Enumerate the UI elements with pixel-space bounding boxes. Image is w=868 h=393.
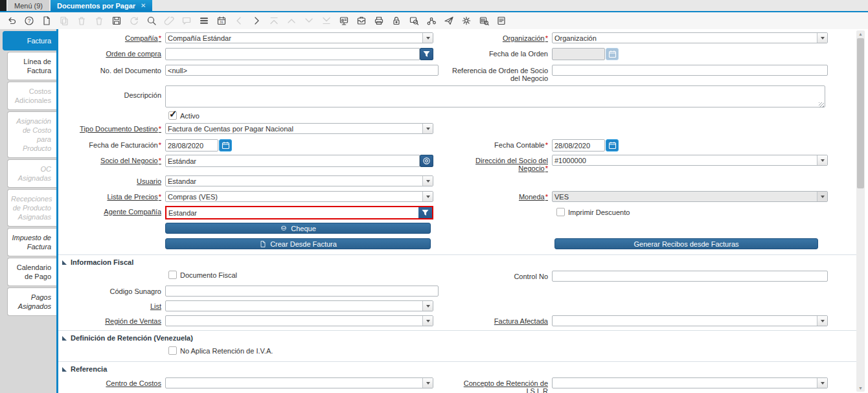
help-icon[interactable]: ? xyxy=(23,16,34,27)
search-funnel-icon[interactable] xyxy=(418,207,432,218)
chevron-down-icon[interactable] xyxy=(817,33,827,43)
cheque-button-label: Cheque xyxy=(291,225,316,232)
tipo-documento-label[interactable]: Tipo Documento Destino xyxy=(62,123,165,134)
orden-compra-input[interactable] xyxy=(165,48,420,60)
chevron-down-icon[interactable] xyxy=(422,33,433,43)
print-icon[interactable] xyxy=(373,16,384,27)
find-icon[interactable] xyxy=(146,16,157,27)
sidebar-tab-linea-de-factura[interactable]: Línea de Factura xyxy=(7,52,56,80)
agente-compania-label[interactable]: Agente Compañía xyxy=(62,206,165,219)
zoom-across-icon[interactable] xyxy=(408,16,419,27)
factura-afectada-label[interactable]: Factura Afectada xyxy=(447,315,552,326)
usuario-label[interactable]: Usuario xyxy=(62,175,165,186)
scroll-up-icon[interactable]: ▲ xyxy=(856,30,865,38)
centro-costos-combo[interactable] xyxy=(165,377,433,388)
sidebar-tab-pagos-asignados[interactable]: Pagos Asignados xyxy=(7,287,56,316)
close-tab-icon[interactable]: ✕ xyxy=(141,2,146,9)
referencia-orden-input[interactable] xyxy=(552,65,828,76)
chevron-down-icon[interactable] xyxy=(422,301,433,311)
organizacion-combo[interactable]: Organización xyxy=(552,32,828,43)
sidebar-tab-calendario-de-pago[interactable]: Calendario de Pago xyxy=(7,258,56,286)
sidebar-tab-factura[interactable]: Factura xyxy=(3,31,56,51)
chevron-down-icon[interactable] xyxy=(422,378,433,388)
attachment-icon xyxy=(163,16,174,27)
chevron-down-icon[interactable] xyxy=(817,155,827,165)
undo-icon[interactable] xyxy=(6,16,17,27)
search-funnel-icon[interactable] xyxy=(420,48,433,60)
concepto-islr-combo[interactable] xyxy=(552,377,828,388)
scrollbar-thumb[interactable] xyxy=(857,38,864,188)
detail-forward-icon[interactable] xyxy=(251,16,262,27)
section-header[interactable]: Definición de Retención (Venezuela) xyxy=(62,333,856,346)
lista-precios-combo[interactable]: Compras (VES) xyxy=(165,191,433,202)
imprimir-descuento-checkbox[interactable]: Imprimir Descuento xyxy=(556,208,630,216)
no-aplica-retencion-checkbox[interactable]: No Aplica Retención de I.V.A. xyxy=(168,346,273,355)
chevron-down-icon[interactable] xyxy=(422,192,433,201)
generar-recibos-button[interactable]: Generar Recibos desde Facturas xyxy=(554,238,818,249)
region-ventas-label[interactable]: Región de Ventas xyxy=(62,315,165,326)
section-header[interactable]: Informacion Fiscal xyxy=(62,258,856,271)
list-label[interactable]: List xyxy=(62,300,165,311)
report-icon[interactable] xyxy=(338,16,349,27)
region-ventas-combo[interactable] xyxy=(165,315,433,326)
direccion-socio-combo[interactable]: #1000000 xyxy=(552,155,828,166)
grid-toggle-icon[interactable] xyxy=(198,16,209,27)
compania-label[interactable]: Compañía xyxy=(62,32,165,43)
section-definicion-retencion: Definición de Retención (Venezuela) No A… xyxy=(58,330,856,355)
chevron-down-icon[interactable] xyxy=(422,316,433,326)
tab-menu[interactable]: Menú (9) xyxy=(8,0,49,11)
lock-icon[interactable] xyxy=(391,16,402,27)
lista-precios-label[interactable]: Lista de Precios xyxy=(62,191,165,202)
calendar-icon[interactable]: 31 xyxy=(216,16,227,27)
socio-negocio-input[interactable] xyxy=(165,155,420,167)
workflow-icon[interactable] xyxy=(426,16,437,27)
vertical-scrollbar[interactable]: ▲ ▼ xyxy=(856,30,865,392)
organizacion-label[interactable]: Organización xyxy=(447,32,552,43)
chevron-down-icon[interactable] xyxy=(422,176,433,186)
chevron-down-icon[interactable] xyxy=(817,378,827,388)
form-row: Lista de Precios Compras (VES) Moneda VE… xyxy=(62,191,868,202)
section-header[interactable]: Referencia xyxy=(62,365,856,377)
activo-checkbox[interactable]: Activo xyxy=(168,111,200,120)
crear-desde-factura-button[interactable]: Crear Desde Factura xyxy=(165,238,431,249)
list-combo[interactable] xyxy=(165,300,433,311)
usuario-combo[interactable]: Estandar xyxy=(165,175,433,186)
direccion-socio-label[interactable]: Dirección del Socio del Negocio xyxy=(447,155,552,172)
scroll-down-icon[interactable]: ▼ xyxy=(856,385,865,392)
send-icon[interactable] xyxy=(443,16,454,27)
tipo-documento-combo[interactable]: Factura de Cuentas por Pagar Nacional xyxy=(165,123,433,134)
moneda-value: VES xyxy=(553,192,817,201)
compania-combo[interactable]: Compañía Estándar xyxy=(165,32,433,43)
save-icon[interactable] xyxy=(111,16,122,27)
concepto-islr-label[interactable]: Concepto de Retención de I.S.L.R xyxy=(447,377,552,393)
calendar-icon[interactable] xyxy=(219,139,232,152)
agente-compania-input[interactable] xyxy=(166,207,418,218)
moneda-label[interactable]: Moneda xyxy=(447,191,552,202)
direccion-socio-value: #1000000 xyxy=(553,155,817,165)
report-view-icon[interactable] xyxy=(496,16,507,27)
descripcion-textarea[interactable] xyxy=(165,85,825,107)
chevron-down-icon[interactable] xyxy=(817,316,827,326)
sidebar-tab-impuesto-de-factura[interactable]: Impuesto de Factura xyxy=(7,228,56,256)
next-record-icon xyxy=(303,16,314,27)
codigo-sunagro-input[interactable] xyxy=(165,286,439,297)
chevron-down-icon[interactable] xyxy=(422,124,433,133)
archive-icon[interactable] xyxy=(356,16,367,27)
tab-documentos-por-pagar[interactable]: Documentos por Pagar ✕ xyxy=(51,0,152,11)
cheque-button[interactable]: Cheque xyxy=(165,223,431,234)
calendar-icon[interactable] xyxy=(606,139,619,152)
settings-icon[interactable] xyxy=(461,16,472,27)
fecha-contable-input[interactable] xyxy=(552,139,605,152)
product-info-icon[interactable] xyxy=(478,16,489,27)
form-row: List xyxy=(62,300,856,311)
no-documento-input[interactable] xyxy=(165,65,439,76)
orden-compra-label[interactable]: Orden de compra xyxy=(62,48,165,60)
documento-fiscal-checkbox[interactable]: Documento Fiscal xyxy=(168,271,237,279)
centro-costos-label[interactable]: Centro de Costos xyxy=(62,377,165,388)
business-partner-search-icon[interactable] xyxy=(420,155,433,167)
fecha-facturacion-input[interactable] xyxy=(165,139,218,152)
control-no-input[interactable] xyxy=(552,271,828,282)
socio-negocio-label[interactable]: Socio del Negocio xyxy=(62,155,165,167)
new-record-icon[interactable] xyxy=(41,16,52,27)
factura-afectada-combo[interactable] xyxy=(552,315,828,326)
